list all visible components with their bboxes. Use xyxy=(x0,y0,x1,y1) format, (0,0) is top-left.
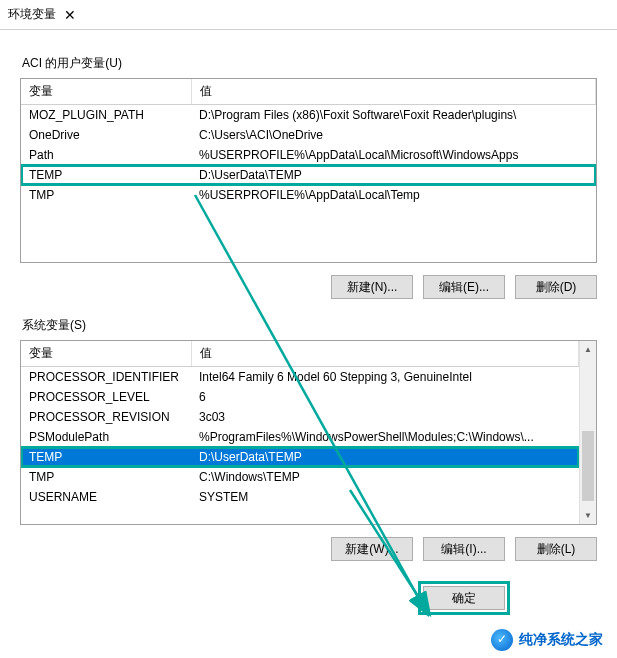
table-row[interactable]: TEMPD:\UserData\TEMP xyxy=(21,447,579,467)
var-value-cell: SYSTEM xyxy=(191,487,579,507)
var-name-cell: Path xyxy=(21,145,191,165)
system-vars-label: 系统变量(S) xyxy=(22,317,597,334)
var-value-cell: D:\UserData\TEMP xyxy=(191,165,596,185)
watermark: 纯净系统之家 xyxy=(485,627,609,653)
var-value-cell: 3c03 xyxy=(191,407,579,427)
var-value-cell: %USERPROFILE%\AppData\Local\Microsoft\Wi… xyxy=(191,145,596,165)
var-value-cell: D:\UserData\TEMP xyxy=(191,447,579,467)
var-value-cell: %ProgramFiles%\WindowsPowerShell\Modules… xyxy=(191,427,579,447)
table-row[interactable]: MOZ_PLUGIN_PATHD:\Program Files (x86)\Fo… xyxy=(21,105,596,126)
var-value-cell: 6 xyxy=(191,387,579,407)
table-row[interactable]: TMPC:\Windows\TEMP xyxy=(21,467,579,487)
window-title: 环境变量 xyxy=(8,6,56,23)
titlebar: 环境变量 ✕ xyxy=(0,0,617,30)
user-buttons-row: 新建(N)... 编辑(E)... 删除(D) xyxy=(20,275,597,299)
user-col-value[interactable]: 值 xyxy=(191,79,596,105)
var-name-cell: PROCESSOR_IDENTIFIER xyxy=(21,367,191,388)
sys-col-name[interactable]: 变量 xyxy=(21,341,191,367)
var-name-cell: MOZ_PLUGIN_PATH xyxy=(21,105,191,126)
user-col-name[interactable]: 变量 xyxy=(21,79,191,105)
var-value-cell: Intel64 Family 6 Model 60 Stepping 3, Ge… xyxy=(191,367,579,388)
var-name-cell: OneDrive xyxy=(21,125,191,145)
system-edit-button[interactable]: 编辑(I)... xyxy=(423,537,505,561)
table-row[interactable]: PSModulePath%ProgramFiles%\WindowsPowerS… xyxy=(21,427,579,447)
var-value-cell: C:\Users\ACI\OneDrive xyxy=(191,125,596,145)
sys-col-value[interactable]: 值 xyxy=(191,341,579,367)
var-value-cell: C:\Windows\TEMP xyxy=(191,467,579,487)
user-vars-table-container: 变量 值 MOZ_PLUGIN_PATHD:\Program Files (x8… xyxy=(20,78,597,263)
user-vars-label: ACI 的用户变量(U) xyxy=(22,55,597,72)
var-name-cell: USERNAME xyxy=(21,487,191,507)
scroll-up-icon[interactable]: ▲ xyxy=(580,341,596,358)
table-row[interactable]: PROCESSOR_REVISION3c03 xyxy=(21,407,579,427)
scroll-down-icon[interactable]: ▼ xyxy=(580,507,596,524)
watermark-text: 纯净系统之家 xyxy=(519,631,603,649)
user-new-button[interactable]: 新建(N)... xyxy=(331,275,413,299)
scroll-thumb[interactable] xyxy=(582,431,594,501)
user-edit-button[interactable]: 编辑(E)... xyxy=(423,275,505,299)
system-new-button[interactable]: 新建(W)... xyxy=(331,537,413,561)
user-delete-button[interactable]: 删除(D) xyxy=(515,275,597,299)
var-name-cell: TMP xyxy=(21,185,191,205)
table-row[interactable]: Path%USERPROFILE%\AppData\Local\Microsof… xyxy=(21,145,596,165)
var-value-cell: D:\Program Files (x86)\Foxit Software\Fo… xyxy=(191,105,596,126)
user-vars-table: 变量 值 MOZ_PLUGIN_PATHD:\Program Files (x8… xyxy=(21,79,596,205)
table-row[interactable]: PROCESSOR_IDENTIFIERIntel64 Family 6 Mod… xyxy=(21,367,579,388)
table-row[interactable]: OneDriveC:\Users\ACI\OneDrive xyxy=(21,125,596,145)
var-name-cell: TEMP xyxy=(21,165,191,185)
dialog-content: ACI 的用户变量(U) 变量 值 MOZ_PLUGIN_PATHD:\Prog… xyxy=(0,30,617,625)
var-name-cell: TMP xyxy=(21,467,191,487)
system-buttons-row: 新建(W)... 编辑(I)... 删除(L) xyxy=(20,537,597,561)
watermark-logo-icon xyxy=(491,629,513,651)
table-row[interactable]: USERNAMESYSTEM xyxy=(21,487,579,507)
table-row[interactable]: TMP%USERPROFILE%\AppData\Local\Temp xyxy=(21,185,596,205)
system-scrollbar[interactable]: ▲ ▼ xyxy=(579,341,596,524)
table-row[interactable]: PROCESSOR_LEVEL6 xyxy=(21,387,579,407)
table-row[interactable]: TEMPD:\UserData\TEMP xyxy=(21,165,596,185)
var-name-cell: PROCESSOR_LEVEL xyxy=(21,387,191,407)
system-vars-table-container: 变量 值 PROCESSOR_IDENTIFIERIntel64 Family … xyxy=(20,340,597,525)
var-name-cell: TEMP xyxy=(21,447,191,467)
close-icon[interactable]: ✕ xyxy=(56,7,84,23)
system-delete-button[interactable]: 删除(L) xyxy=(515,537,597,561)
ok-button[interactable]: 确定 xyxy=(423,586,505,610)
dialog-buttons-row: 确定 取消 xyxy=(20,586,597,610)
var-value-cell: %USERPROFILE%\AppData\Local\Temp xyxy=(191,185,596,205)
var-name-cell: PROCESSOR_REVISION xyxy=(21,407,191,427)
system-vars-table: 变量 值 PROCESSOR_IDENTIFIERIntel64 Family … xyxy=(21,341,579,507)
var-name-cell: PSModulePath xyxy=(21,427,191,447)
